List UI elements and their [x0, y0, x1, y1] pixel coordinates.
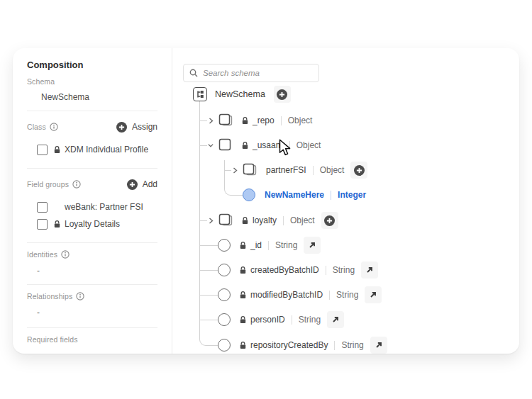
field-type: String — [275, 240, 297, 250]
assign-class-button[interactable]: Assign — [116, 122, 157, 133]
add-root-field-button[interactable] — [274, 86, 291, 103]
tree-connector — [199, 120, 207, 121]
field-type: String — [333, 265, 355, 275]
tree-connector — [199, 245, 218, 246]
field-name: _usaam — [253, 140, 283, 150]
separator — [313, 166, 314, 175]
lock-icon — [240, 316, 246, 324]
relationships-section-label: Relationships — [27, 292, 72, 300]
field-groups-section-label: Field groups — [27, 180, 69, 189]
panel-title: Composition — [27, 60, 157, 70]
field-name: partnerFSI — [266, 165, 306, 175]
tree-connector — [199, 320, 218, 320]
composition-panel: Composition Schema NewSchema Class Assig… — [13, 48, 172, 354]
field-circle-icon — [218, 288, 231, 301]
field-name: loyalty — [253, 215, 277, 225]
northeast-arrow-icon — [308, 241, 316, 249]
tree-row[interactable]: createdByBatchID String — [218, 262, 378, 279]
chevron-right-icon[interactable] — [207, 217, 214, 225]
field-type: Object — [320, 165, 345, 175]
required-fields-label: Required fields — [27, 335, 157, 344]
tree-row[interactable]: _usaam Object — [207, 137, 321, 154]
tree-root-row[interactable]: NewSchema — [193, 86, 291, 103]
search-input[interactable] — [184, 64, 318, 82]
tree-connector — [224, 170, 231, 171]
chevron-right-icon[interactable] — [231, 167, 238, 174]
field-type: String — [341, 340, 363, 350]
field-type: String — [336, 290, 358, 300]
northeast-arrow-icon — [375, 341, 383, 349]
tree-row-selected[interactable]: NewNameHere Integer — [243, 186, 366, 203]
field-type: Object — [290, 215, 315, 225]
tree-row[interactable]: _repo Object — [207, 112, 312, 129]
chevron-right-icon[interactable] — [207, 117, 214, 125]
tree-row[interactable]: modifiedByBatchID String — [218, 286, 382, 303]
checkbox[interactable] — [37, 202, 48, 213]
tree-row[interactable]: personID String — [218, 311, 344, 328]
tree-row[interactable]: loyalty Object — [207, 212, 338, 229]
identity-arrow-button[interactable] — [365, 286, 382, 303]
divider — [27, 242, 157, 243]
class-item-label: XDM Individual Profile — [65, 145, 148, 154]
field-name: _id — [250, 240, 262, 250]
assign-label: Assign — [132, 122, 157, 132]
info-icon[interactable] — [72, 180, 81, 189]
lock-icon — [242, 117, 248, 125]
field-group-label: Loyalty Details — [65, 219, 120, 229]
field-group-label: weBank: Partner FSI — [65, 202, 143, 212]
identity-arrow-button[interactable] — [370, 337, 387, 354]
identities-section-label: Identities — [27, 250, 57, 259]
field-type: String — [299, 315, 321, 325]
object-stack-icon — [218, 213, 233, 227]
schema-editor-card: Composition Schema NewSchema Class Assig… — [13, 48, 519, 354]
add-field-button[interactable] — [321, 212, 338, 229]
field-groups-section-header: Field groups Add — [27, 176, 157, 193]
separator — [292, 315, 292, 325]
add-field-group-button[interactable]: Add — [127, 179, 157, 190]
object-icon — [218, 138, 233, 152]
divider — [27, 111, 157, 111]
plus-icon — [116, 122, 127, 133]
add-field-button[interactable] — [350, 162, 367, 179]
field-group-item: Loyalty Details — [37, 215, 157, 232]
field-circle-icon — [218, 264, 231, 276]
field-name: repositoryCreatedBy — [250, 340, 328, 350]
identities-value: - — [37, 266, 157, 276]
info-icon[interactable] — [50, 123, 58, 131]
separator — [334, 341, 335, 350]
schema-name: NewSchema — [41, 92, 157, 102]
separator — [268, 241, 269, 250]
add-label: Add — [143, 179, 157, 189]
info-icon[interactable] — [61, 250, 70, 259]
identity-arrow-button[interactable] — [361, 262, 378, 279]
divider — [27, 168, 157, 169]
lock-icon — [240, 291, 246, 299]
checkbox[interactable] — [37, 145, 48, 155]
field-group-item: weBank: Partner FSI — [37, 198, 157, 215]
divider — [27, 327, 157, 328]
tree-row[interactable]: repositoryCreatedBy String — [218, 337, 387, 354]
field-type: Object — [297, 140, 321, 150]
divider — [27, 284, 157, 285]
separator — [289, 141, 290, 150]
field-circle-icon — [218, 339, 231, 352]
identity-arrow-button[interactable] — [304, 237, 321, 254]
relationships-section-header: Relationships — [27, 292, 157, 300]
info-icon[interactable] — [76, 292, 84, 300]
lock-icon — [54, 220, 60, 228]
northeast-arrow-icon — [331, 315, 340, 324]
field-name: personID — [250, 315, 285, 325]
tree-row[interactable]: _id String — [218, 237, 321, 254]
plus-icon — [277, 89, 287, 100]
field-type: Object — [288, 116, 313, 125]
lock-icon — [240, 242, 246, 249]
identity-arrow-button[interactable] — [327, 311, 344, 328]
schema-section-label: Schema — [27, 77, 157, 86]
plus-icon — [127, 179, 138, 190]
checkbox[interactable] — [37, 219, 48, 230]
field-type: Integer — [338, 190, 366, 200]
chevron-down-icon[interactable] — [207, 142, 214, 149]
tree-row[interactable]: partnerFSI Object — [231, 162, 367, 179]
class-section-label: Class — [27, 123, 46, 131]
tree-connector — [199, 295, 218, 296]
